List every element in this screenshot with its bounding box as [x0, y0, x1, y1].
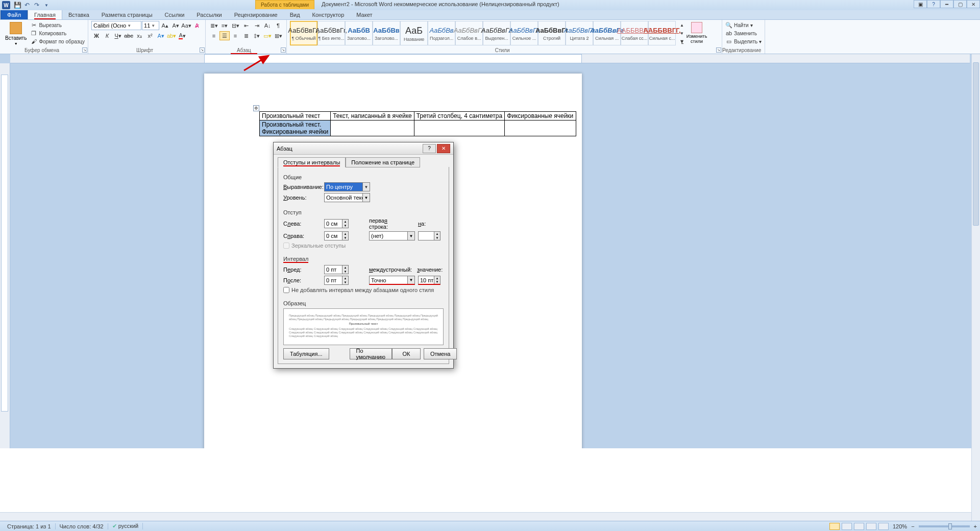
save-icon[interactable]: 💾	[13, 1, 21, 9]
bold-button[interactable]: Ж	[91, 31, 102, 40]
highlight-button[interactable]: ab▾	[166, 31, 177, 40]
linespacing-combo[interactable]: Точно▼	[369, 276, 415, 285]
tab-references[interactable]: Ссылки	[159, 10, 191, 19]
font-size-combo[interactable]: 11▼	[142, 21, 159, 30]
tab-view[interactable]: Вид	[284, 10, 306, 19]
styles-launcher[interactable]: ↘	[716, 47, 721, 53]
zoom-level[interactable]: 120%	[893, 523, 907, 529]
horizontal-scrollbar[interactable]	[0, 512, 971, 521]
change-case-button[interactable]: Aa▾	[181, 21, 191, 30]
bullets-button[interactable]: ≣▾	[209, 21, 219, 30]
tab-mailings[interactable]: Рассылки	[190, 10, 228, 19]
dialog-help-button[interactable]: ?	[423, 144, 436, 153]
vertical-ruler[interactable]	[0, 63, 10, 448]
grow-font-button[interactable]: A▴	[160, 21, 170, 30]
table-cell[interactable]: Произвольный текст	[260, 112, 331, 120]
italic-button[interactable]: К	[102, 31, 112, 40]
change-styles-button[interactable]: Изменить стили	[684, 21, 709, 45]
view-fullscreen[interactable]	[842, 523, 852, 530]
view-draft[interactable]	[878, 523, 889, 530]
style-card[interactable]: АаБбВвГгВыделен...	[483, 21, 510, 45]
document-viewport[interactable]: ✥ Произвольный текст Текст, написанный в…	[10, 63, 970, 448]
dialog-tab-position[interactable]: Положение на странице	[346, 157, 420, 167]
line-spacing-button[interactable]: ‡▾	[252, 31, 262, 40]
document-table[interactable]: Произвольный текст Текст, написанный в я…	[259, 111, 576, 136]
tabs-button[interactable]: Табуляция...	[283, 348, 329, 359]
style-card[interactable]: АаБбВвПодзагол...	[428, 21, 455, 45]
undo-icon[interactable]: ↶	[23, 1, 31, 9]
view-print-layout[interactable]	[829, 523, 840, 530]
font-name-combo[interactable]: Calibri (Осно▼	[91, 21, 141, 30]
after-input[interactable]: 0 пт▲▼	[324, 276, 349, 285]
tab-table-layout[interactable]: Макет	[350, 10, 378, 19]
zoom-in-button[interactable]: +	[974, 523, 977, 529]
clipboard-launcher[interactable]: ↘	[82, 47, 87, 53]
qat-customize-icon[interactable]: ▼	[42, 1, 51, 9]
tab-review[interactable]: Рецензирование	[228, 10, 284, 19]
replace-button[interactable]: abЗаменить	[725, 29, 762, 37]
mirror-indents-checkbox[interactable]: Зеркальные отступы	[283, 243, 444, 249]
redo-icon[interactable]: ↷	[33, 1, 41, 9]
style-card[interactable]: АаБбВЗаголово...	[345, 21, 373, 45]
show-marks-button[interactable]: ¶	[273, 21, 283, 30]
tab-page-layout[interactable]: Разметка страницы	[95, 10, 159, 19]
style-card[interactable]: АаБбВвЗаголово...	[373, 21, 400, 45]
shrink-font-button[interactable]: A▾	[170, 21, 181, 30]
align-center-button[interactable]: ☰	[219, 31, 230, 40]
tab-insert[interactable]: Вставка	[62, 10, 95, 19]
style-card[interactable]: АаБбВвГгСлабое в...	[455, 21, 483, 45]
zoom-slider[interactable]	[919, 525, 970, 527]
no-extra-space-checkbox[interactable]: Не добавлять интервал между абзацами одн…	[283, 287, 444, 293]
table-cell[interactable]: Фиксированные ячейки	[505, 112, 576, 120]
style-card[interactable]: ААББВВГГ,Сильная с...	[648, 21, 676, 45]
horizontal-ruler[interactable]	[10, 54, 970, 63]
paragraph-launcher[interactable]: ↘	[281, 47, 286, 53]
ok-button[interactable]: ОК	[392, 348, 421, 359]
borders-button[interactable]: ⊞▾	[273, 31, 283, 40]
table-cell[interactable]: Третий столбец, 4 сантиметра	[414, 112, 504, 120]
justify-button[interactable]: ≣	[241, 31, 251, 40]
style-card[interactable]: АаБбВвГгСильная ...	[593, 21, 621, 45]
maximize-button[interactable]: ▢	[953, 0, 967, 8]
cut-button[interactable]: ✂Вырезать	[30, 21, 85, 29]
firstline-combo[interactable]: (нет)▼	[369, 231, 415, 240]
before-input[interactable]: 0 пт▲▼	[324, 265, 349, 274]
sort-button[interactable]: A↓	[262, 21, 273, 30]
table-cell[interactable]: Текст, написанный в ячейке	[331, 112, 414, 120]
format-painter-button[interactable]: 🖌Формат по образцу	[30, 37, 85, 45]
font-color-button[interactable]: A▾	[177, 31, 187, 40]
tab-file[interactable]: Файл	[1, 10, 28, 19]
status-page[interactable]: Страница: 1 из 1	[3, 523, 56, 529]
right-indent-input[interactable]: 0 см▲▼	[324, 231, 349, 240]
select-button[interactable]: ▭Выделить ▾	[725, 37, 762, 45]
dialog-tab-indents[interactable]: Отступы и интервалы	[278, 157, 346, 167]
status-language[interactable]: ✔ русский	[108, 523, 143, 529]
find-button[interactable]: 🔍Найти ▾	[725, 21, 762, 29]
multilevel-button[interactable]: ⊟▾	[230, 21, 240, 30]
decrease-indent-button[interactable]: ⇤	[241, 21, 251, 30]
numbering-button[interactable]: ≡▾	[219, 21, 230, 30]
tab-home[interactable]: Главная	[28, 10, 62, 19]
text-effects-button[interactable]: A▾	[156, 31, 166, 40]
view-outline[interactable]	[866, 523, 876, 530]
align-right-button[interactable]: ≡	[230, 31, 240, 40]
clear-formatting-button[interactable]: A̷	[192, 21, 202, 30]
status-word-count[interactable]: Число слов: 4/32	[56, 523, 108, 529]
close-button[interactable]: ✕	[967, 0, 980, 8]
table-cell-selected[interactable]: Произвольный текст.Фиксированные ячейки	[260, 120, 331, 136]
table-cell[interactable]	[331, 120, 414, 136]
copy-button[interactable]: ❐Копировать	[30, 29, 85, 37]
font-launcher[interactable]: ↘	[200, 47, 205, 53]
default-button[interactable]: По умолчанию	[350, 348, 392, 359]
cancel-button[interactable]: Отмена	[424, 348, 457, 359]
view-web[interactable]	[854, 523, 864, 530]
table-cell[interactable]	[505, 120, 576, 136]
increase-indent-button[interactable]: ⇥	[252, 21, 262, 30]
style-card[interactable]: АаБбВвГгЦитата 2	[566, 21, 593, 45]
subscript-button[interactable]: x₂	[134, 31, 144, 40]
underline-button[interactable]: Ч▾	[113, 31, 123, 40]
tab-table-design[interactable]: Конструктор	[306, 10, 351, 19]
style-card[interactable]: АаБбВвГг,¶ Без инте...	[317, 21, 345, 45]
zoom-out-button[interactable]: −	[911, 523, 914, 529]
minimize-button[interactable]: ━	[940, 0, 953, 8]
